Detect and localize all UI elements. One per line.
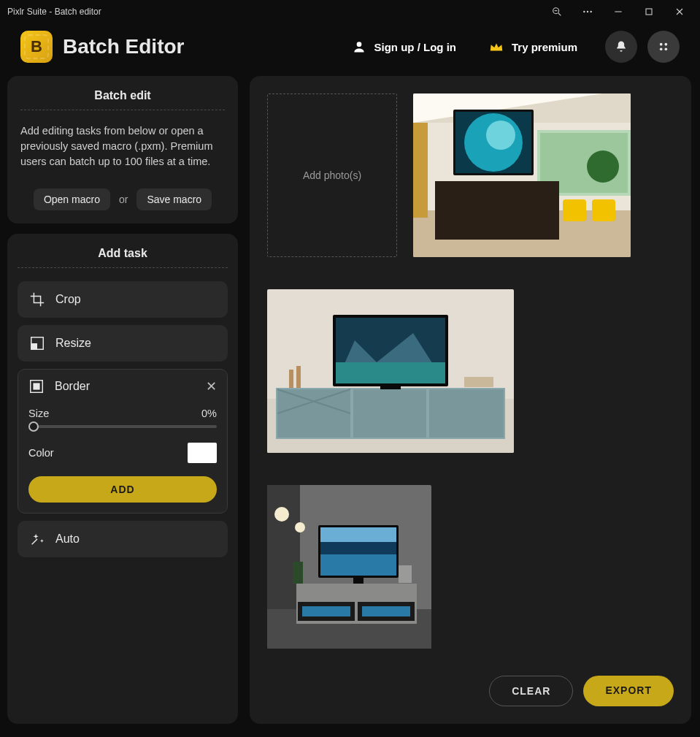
photo-thumbnail[interactable] [267, 485, 431, 649]
svg-rect-63 [320, 527, 396, 542]
svg-rect-39 [429, 389, 504, 438]
thumbnail-image [413, 93, 631, 257]
svg-rect-49 [464, 377, 493, 387]
photo-area: Add photo(s) [250, 76, 691, 724]
border-icon [28, 378, 45, 394]
close-task-button[interactable]: ✕ [206, 378, 217, 394]
try-premium-button[interactable]: Try premium [488, 39, 577, 55]
close-icon[interactable] [674, 6, 685, 18]
svg-point-11 [660, 43, 663, 46]
signup-login-button[interactable]: Sign up / Log in [352, 39, 455, 54]
photo-thumbnail[interactable] [413, 93, 631, 257]
task-auto[interactable]: Auto [18, 521, 228, 557]
svg-point-13 [660, 48, 663, 51]
svg-rect-48 [296, 366, 301, 388]
export-button[interactable]: EXPORT [583, 676, 674, 706]
apps-grid-button[interactable] [647, 31, 680, 63]
batch-edit-title: Batch edit [20, 89, 225, 102]
task-crop[interactable]: Crop [18, 281, 228, 318]
svg-rect-32 [413, 123, 428, 218]
color-swatch[interactable] [188, 443, 217, 463]
svg-rect-59 [362, 606, 410, 616]
auto-icon [29, 531, 45, 547]
svg-point-14 [665, 48, 668, 51]
save-macro-button[interactable]: Save macro [136, 188, 212, 210]
photo-thumbnail[interactable] [267, 289, 514, 453]
svg-rect-37 [277, 389, 350, 438]
maximize-icon[interactable] [643, 6, 655, 18]
add-task-title: Add task [18, 244, 228, 267]
minimize-icon[interactable] [612, 6, 624, 18]
svg-rect-30 [563, 199, 586, 221]
task-label: Resize [55, 337, 91, 350]
grid-icon [656, 39, 671, 54]
svg-rect-7 [646, 9, 652, 15]
more-icon[interactable] [582, 6, 593, 18]
add-task-panel: Add task Crop Resize Border [7, 234, 238, 724]
task-label: Crop [55, 293, 81, 306]
svg-point-3 [583, 11, 585, 12]
add-photos-dropzone[interactable]: Add photo(s) [267, 93, 397, 257]
thumbnail-image [267, 485, 431, 649]
size-value: 0% [201, 408, 217, 419]
window-title: Pixlr Suite - Batch editor [4, 7, 551, 17]
task-label: Auto [55, 532, 80, 546]
batch-edit-panel: Batch edit Add editing tasks from below … [7, 76, 238, 224]
crop-icon [29, 291, 45, 308]
svg-point-33 [587, 150, 619, 183]
svg-rect-46 [380, 386, 401, 389]
svg-rect-18 [33, 383, 39, 389]
svg-rect-31 [592, 199, 615, 221]
svg-point-4 [587, 11, 588, 12]
app-header: B Batch Editor Sign up / Log in Try prem… [0, 23, 700, 76]
svg-rect-66 [399, 565, 412, 583]
svg-rect-38 [353, 389, 426, 438]
or-text: or [119, 194, 128, 205]
svg-point-12 [665, 43, 668, 46]
task-label: Border [55, 380, 196, 393]
svg-rect-64 [353, 578, 364, 584]
svg-rect-47 [289, 370, 293, 388]
zoom-out-icon[interactable] [551, 6, 563, 18]
svg-line-1 [558, 13, 561, 15]
svg-point-10 [357, 42, 362, 47]
open-macro-button[interactable]: Open macro [34, 188, 110, 210]
crown-icon [488, 39, 504, 55]
svg-point-29 [486, 121, 515, 150]
app-logo: B [20, 31, 53, 63]
svg-rect-25 [435, 181, 559, 240]
titlebar: Pixlr Suite - Batch editor [0, 0, 700, 23]
svg-rect-65 [293, 562, 303, 584]
svg-rect-58 [302, 606, 350, 616]
separator [20, 110, 225, 110]
clear-button[interactable]: CLEAR [489, 676, 573, 706]
color-label: Color [28, 447, 54, 459]
thumbnail-image [267, 289, 514, 453]
svg-rect-62 [320, 554, 396, 576]
size-label: Size [28, 408, 49, 419]
svg-rect-45 [336, 362, 445, 383]
bell-icon [614, 39, 628, 54]
task-border: Border ✕ Size 0% Color ADD [18, 369, 228, 513]
svg-point-54 [295, 522, 305, 532]
svg-rect-16 [31, 343, 37, 349]
task-resize[interactable]: Resize [18, 325, 228, 362]
separator [18, 267, 228, 268]
svg-point-53 [274, 507, 289, 522]
batch-edit-description: Add editing tasks from below or open a p… [20, 123, 225, 169]
add-task-button[interactable]: ADD [28, 476, 217, 503]
slider-thumb[interactable] [28, 421, 39, 432]
page-title: Batch Editor [63, 35, 184, 58]
svg-point-5 [590, 11, 591, 12]
resize-icon [29, 335, 45, 351]
notifications-button[interactable] [605, 31, 637, 63]
user-icon [352, 39, 366, 54]
size-slider[interactable] [28, 425, 217, 428]
